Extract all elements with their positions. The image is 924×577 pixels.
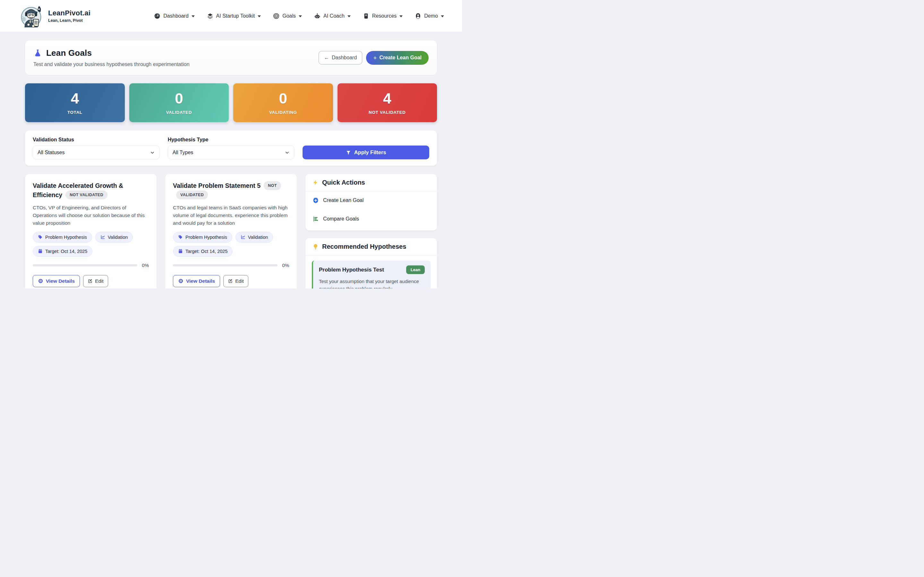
chevron-down-icon	[150, 150, 155, 155]
apply-filters-button[interactable]: Apply Filters	[302, 145, 429, 159]
action-create-lean-goal[interactable]: Create Lean Goal	[312, 197, 430, 203]
arrow-left-icon: ←	[324, 55, 329, 61]
edit-button[interactable]: Edit	[83, 275, 108, 287]
nav-label: Demo	[424, 13, 438, 19]
hypothesis-title: Problem Hypothesis Test	[319, 267, 384, 273]
lightning-icon	[312, 179, 318, 185]
brand-name: LeanPivot.ai	[48, 9, 90, 17]
tag-icon	[178, 235, 183, 239]
nav-label: Dashboard	[163, 13, 188, 19]
chevron-down-icon	[399, 15, 403, 17]
brand-tagline: Lean, Learn, Pivot	[48, 18, 90, 23]
funnel-icon	[346, 150, 351, 155]
filters-panel: Validation Status All Statuses Hypothesi…	[25, 131, 437, 166]
tag-icon	[38, 235, 43, 239]
flask-icon	[33, 49, 42, 57]
stat-card-not-validated: 4 NOT VALIDATED	[338, 83, 437, 122]
goal-title: Validate Problem Statement 5NOT VALIDATE…	[173, 181, 289, 200]
chart-line-icon	[100, 235, 105, 239]
eye-icon	[178, 278, 184, 284]
view-details-button[interactable]: View Details	[173, 275, 220, 287]
progress-bar	[33, 264, 137, 266]
validation-status-select[interactable]: All Statuses	[33, 145, 160, 159]
goal-description: CTOs, VP of Engineering, and Directors o…	[33, 204, 149, 227]
nav-item-ai-startup-toolkit[interactable]: AI Startup Toolkit	[207, 13, 261, 19]
page-header-card: Lean Goals Test and validate your busine…	[25, 40, 437, 75]
stat-label: NOT VALIDATED	[368, 110, 405, 115]
goal-description: CTOs and legal teams in SaaS companies w…	[173, 204, 289, 227]
stat-label: VALIDATED	[166, 110, 192, 115]
goal-card: Validate Problem Statement 5NOT VALIDATE…	[165, 174, 297, 288]
bar-chart-icon	[312, 216, 319, 222]
chevron-down-icon	[299, 15, 302, 17]
stat-card-total: 4 TOTAL	[25, 83, 125, 122]
chevron-down-icon	[285, 150, 289, 155]
stats-row: 4 TOTAL 0 VALIDATED 0 VALIDATING 4 NOT V…	[25, 83, 437, 122]
progress-label: 0%	[142, 263, 149, 268]
nav-item-resources[interactable]: Resources	[363, 13, 403, 19]
top-navbar: LeanPivot.ai Lean, Learn, Pivot Dashboar…	[0, 0, 462, 32]
nav-label: AI Coach	[323, 13, 344, 19]
quick-actions-panel: Quick Actions Create Lean Goal Compare G…	[305, 174, 437, 230]
chart-line-icon	[241, 235, 246, 239]
nav-label: Goals	[282, 13, 296, 19]
robot-icon	[314, 13, 320, 19]
nav-item-goals[interactable]: Goals	[273, 13, 302, 19]
tag-validation: Validation	[236, 232, 273, 243]
hypothesis-type-select[interactable]: All Types	[168, 145, 294, 159]
eye-icon	[38, 278, 43, 284]
plus-circle-icon	[312, 197, 319, 203]
nav-label: Resources	[372, 13, 397, 19]
stat-label: TOTAL	[67, 110, 82, 115]
stat-value: 0	[279, 91, 287, 106]
validation-status-label: Validation Status	[33, 137, 160, 143]
gauge-icon	[154, 13, 160, 19]
stat-card-validated: 0 VALIDATED	[129, 83, 229, 122]
user-icon	[415, 13, 421, 19]
book-icon	[363, 13, 369, 19]
stat-card-validating: 0 VALIDATING	[233, 83, 333, 122]
calendar-icon	[178, 249, 183, 253]
status-badge: NOT VALIDATED	[65, 190, 107, 199]
recommended-title: Recommended Hypotheses	[322, 243, 406, 250]
stat-value: 0	[175, 91, 183, 106]
lightbulb-icon	[312, 243, 318, 250]
tag-target-date: Target: Oct 14, 2025	[173, 246, 233, 257]
hypothesis-card[interactable]: Problem Hypothesis Test Lean Test your a…	[312, 261, 431, 288]
stat-value: 4	[71, 91, 79, 106]
goal-card: Validate Accelerated Growth & Efficiency…	[25, 174, 157, 288]
chevron-down-icon	[441, 15, 444, 17]
edit-button[interactable]: Edit	[223, 275, 248, 287]
hypothesis-type-label: Hypothesis Type	[168, 137, 294, 143]
recommended-hypotheses-panel: Recommended Hypotheses Problem Hypothesi…	[305, 238, 437, 288]
create-lean-goal-button[interactable]: + Create Lean Goal	[366, 51, 429, 65]
back-to-dashboard-button[interactable]: ← Dashboard	[318, 51, 362, 64]
tag-problem-hypothesis: Problem Hypothesis	[33, 232, 92, 243]
stat-label: VALIDATING	[269, 110, 297, 115]
target-icon	[273, 13, 279, 19]
quick-actions-title: Quick Actions	[322, 179, 365, 186]
nav-label: AI Startup Toolkit	[216, 13, 255, 19]
lean-badge: Lean	[406, 266, 425, 274]
tag-problem-hypothesis: Problem Hypothesis	[173, 232, 232, 243]
action-compare-goals[interactable]: Compare Goals	[312, 216, 430, 222]
nav-item-ai-coach[interactable]: AI Coach	[314, 13, 351, 19]
calendar-icon	[38, 249, 43, 253]
stat-value: 4	[383, 91, 391, 106]
nav-item-demo-user-menu[interactable]: Demo	[415, 13, 444, 19]
nav-menu: Dashboard AI Startup Toolkit Goals AI Co…	[154, 13, 444, 19]
brand[interactable]: LeanPivot.ai Lean, Learn, Pivot	[18, 3, 90, 29]
pencil-square-icon	[228, 279, 233, 284]
goal-title: Validate Accelerated Growth & Efficiency…	[33, 181, 149, 200]
view-details-button[interactable]: View Details	[33, 275, 80, 287]
layers-icon	[207, 13, 213, 19]
pencil-square-icon	[87, 279, 93, 284]
tag-target-date: Target: Oct 14, 2025	[33, 246, 92, 257]
chevron-down-icon	[192, 15, 195, 17]
sidebar: Quick Actions Create Lean Goal Compare G…	[305, 174, 437, 288]
plus-icon: +	[373, 55, 376, 61]
nav-item-dashboard[interactable]: Dashboard	[154, 13, 194, 19]
hypothesis-description: Test your assumption that your target au…	[319, 277, 425, 288]
progress-bar	[173, 264, 278, 266]
page-title: Lean Goals	[46, 48, 92, 58]
